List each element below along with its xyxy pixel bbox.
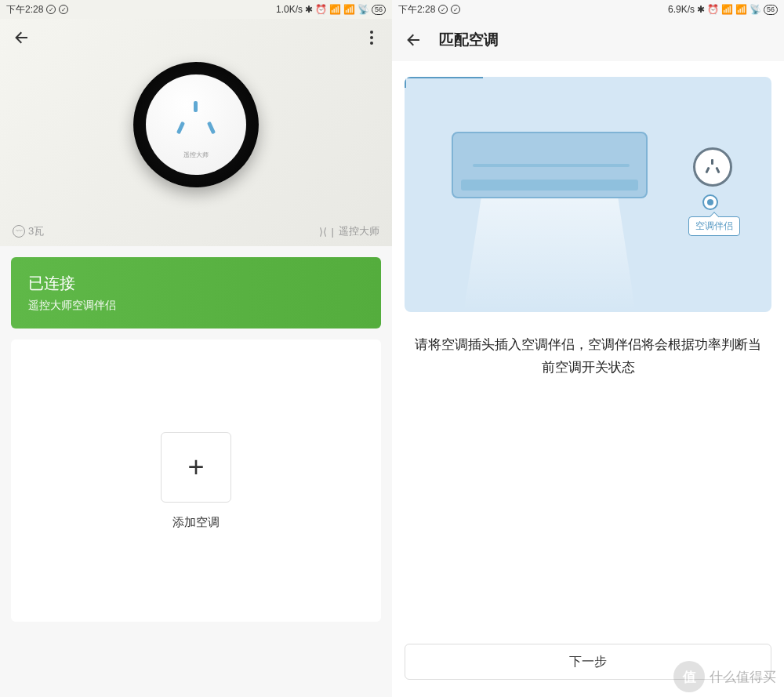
wifi-icon: 📡 bbox=[750, 4, 761, 15]
pulse-icon: 〰 bbox=[13, 225, 25, 238]
nav-bar: 匹配空调 bbox=[392, 19, 784, 61]
screen-device-home: 下午2:28 ✓ ✓ 1.0K/s ✱ ⏰ 📶 📶 📡 56 bbox=[0, 0, 392, 697]
back-button[interactable] bbox=[405, 31, 423, 49]
connected-status-card[interactable]: 已连接 遥控大师空调伴侣 bbox=[11, 257, 381, 329]
page-title: 匹配空调 bbox=[439, 30, 499, 50]
power-reading: 〰 3瓦 bbox=[13, 224, 44, 238]
signal-icon: 📶 bbox=[329, 4, 341, 15]
brand-label: ⟩⟨ | 遥控大师 bbox=[319, 224, 379, 238]
status-time: 下午2:28 bbox=[6, 3, 43, 16]
bluetooth-icon: ✱ bbox=[305, 4, 313, 15]
sync-icon-2: ✓ bbox=[451, 5, 460, 14]
sync-icon-1: ✓ bbox=[438, 5, 448, 14]
alarm-icon: ⏰ bbox=[315, 4, 327, 15]
network-speed: 1.0K/s bbox=[276, 4, 303, 15]
add-ac-button[interactable]: + bbox=[161, 432, 231, 503]
companion-tag: 空调伴侣 bbox=[688, 216, 740, 236]
device-product-image: 遥控大师 bbox=[133, 62, 259, 187]
sync-icon-1: ✓ bbox=[46, 5, 56, 14]
battery-level: 56 bbox=[764, 5, 778, 15]
ac-unit-graphic bbox=[452, 132, 648, 198]
connected-subtitle: 遥控大师空调伴侣 bbox=[28, 299, 364, 313]
more-menu-button[interactable] bbox=[364, 24, 379, 51]
brand-icon: ⟩⟨ bbox=[319, 226, 327, 238]
pairing-illustration: 空调伴侣 bbox=[405, 77, 771, 312]
companion-plug-graphic bbox=[693, 147, 732, 187]
screen1-body: 已连接 遥控大师空调伴侣 + 添加空调 bbox=[0, 246, 392, 697]
device-brand-small: 遥控大师 bbox=[146, 151, 246, 159]
plus-icon: + bbox=[187, 451, 204, 484]
signal-icon: 📶 bbox=[721, 4, 733, 15]
network-speed: 6.9K/s bbox=[668, 4, 695, 15]
wifi-icon: 📡 bbox=[358, 4, 369, 15]
status-time: 下午2:28 bbox=[398, 3, 435, 16]
signal-icon-2: 📶 bbox=[343, 4, 355, 15]
screen-pair-ac: 下午2:28 ✓ ✓ 6.9K/s ✱ ⏰ 📶 📶 📡 56 匹配空调 bbox=[392, 0, 784, 697]
watermark: 值 什么值得买 bbox=[673, 661, 776, 692]
bluetooth-icon: ✱ bbox=[697, 4, 705, 15]
instruction-text: 请将空调插头插入空调伴侣，空调伴侣将会根据功率判断当前空调开关状态 bbox=[411, 334, 765, 379]
status-bar: 下午2:28 ✓ ✓ 1.0K/s ✱ ⏰ 📶 📶 📡 56 bbox=[0, 0, 392, 19]
back-button[interactable] bbox=[13, 28, 31, 47]
alarm-icon: ⏰ bbox=[707, 4, 719, 15]
status-bar: 下午2:28 ✓ ✓ 6.9K/s ✱ ⏰ 📶 📶 📡 56 bbox=[392, 0, 784, 19]
connection-dot bbox=[702, 194, 718, 210]
sync-icon-2: ✓ bbox=[59, 5, 68, 14]
signal-icon-2: 📶 bbox=[735, 4, 747, 15]
battery-level: 56 bbox=[372, 5, 386, 15]
connected-title: 已连接 bbox=[28, 273, 364, 294]
watermark-icon: 值 bbox=[673, 661, 705, 692]
add-ac-label: 添加空调 bbox=[172, 515, 220, 530]
watermark-text: 什么值得买 bbox=[710, 668, 776, 686]
device-header: 遥控大师 〰 3瓦 ⟩⟨ | 遥控大师 bbox=[0, 19, 392, 246]
add-device-card: + 添加空调 bbox=[11, 339, 381, 622]
